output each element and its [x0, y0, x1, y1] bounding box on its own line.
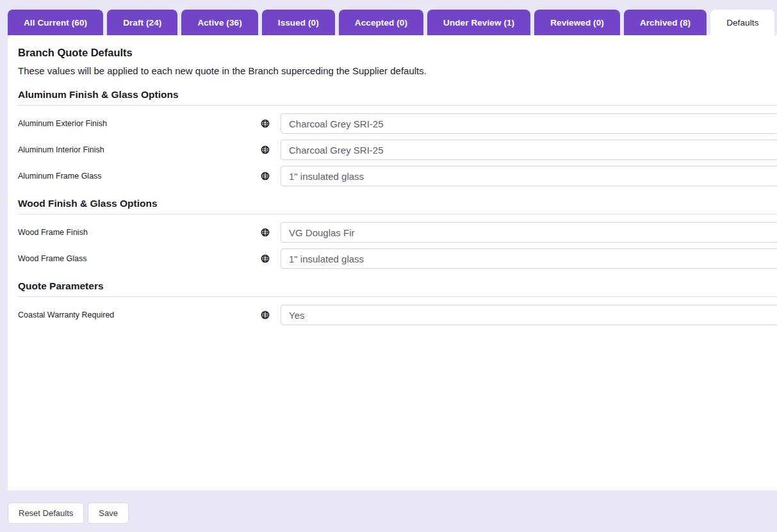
- tab-accepted[interactable]: Accepted (0): [339, 10, 423, 35]
- field-row-wood-frame-finish: Wood Frame Finish: [18, 222, 777, 243]
- tab-all-current[interactable]: All Current (60): [8, 10, 103, 35]
- globe-icon: [261, 228, 270, 237]
- field-label: Wood Frame Finish: [18, 228, 250, 237]
- section-wood-finish-glass: Wood Finish & Glass Options Wood Frame F…: [18, 197, 777, 269]
- defaults-panel: Branch Quote Defaults These values will …: [8, 35, 777, 490]
- section-title: Aluminum Finish & Glass Options: [18, 88, 777, 101]
- field-label: Wood Frame Glass: [18, 254, 250, 263]
- section-divider: [18, 214, 777, 214]
- field-row-aluminum-exterior-finish: Aluminum Exterior Finish: [18, 113, 777, 134]
- globe-icon: [261, 145, 270, 154]
- wood-frame-glass-input[interactable]: [281, 248, 777, 269]
- field-row-aluminum-frame-glass: Aluminum Frame Glass: [18, 166, 777, 186]
- field-label: Aluminum Interior Finish: [18, 145, 250, 154]
- tab-under-review[interactable]: Under Review (1): [427, 10, 530, 35]
- reset-defaults-button[interactable]: Reset Defaults: [8, 503, 84, 524]
- tab-reviewed[interactable]: Reviewed (0): [534, 10, 620, 35]
- globe-icon: [261, 254, 270, 263]
- page-subtitle: These values will be applied to each new…: [18, 65, 777, 77]
- section-quote-parameters: Quote Parameters Coastal Warranty Requir…: [18, 280, 777, 325]
- wood-frame-finish-input[interactable]: [281, 222, 777, 243]
- footer-actions: Reset Defaults Save: [8, 503, 777, 524]
- tab-draft[interactable]: Draft (24): [107, 10, 177, 35]
- section-title: Wood Finish & Glass Options: [18, 197, 777, 209]
- globe-icon: [261, 119, 270, 128]
- tab-active[interactable]: Active (36): [181, 10, 258, 35]
- tab-defaults[interactable]: Defaults: [710, 10, 774, 35]
- globe-icon: [261, 172, 270, 181]
- section-aluminum-finish-glass: Aluminum Finish & Glass Options Aluminum…: [18, 88, 777, 186]
- field-row-wood-frame-glass: Wood Frame Glass: [18, 248, 777, 269]
- field-label: Coastal Warranty Required: [18, 310, 250, 319]
- tab-issued[interactable]: Issued (0): [262, 10, 335, 35]
- save-button[interactable]: Save: [88, 503, 129, 524]
- quote-status-tabbar: All Current (60) Draft (24) Active (36) …: [0, 0, 777, 35]
- aluminum-frame-glass-input[interactable]: [281, 166, 777, 186]
- field-row-coastal-warranty: Coastal Warranty Required: [18, 305, 777, 325]
- aluminum-exterior-finish-input[interactable]: [281, 113, 777, 134]
- section-divider: [18, 105, 777, 106]
- coastal-warranty-required-input[interactable]: [281, 305, 777, 325]
- field-label: Aluminum Exterior Finish: [18, 119, 250, 128]
- field-row-aluminum-interior-finish: Aluminum Interior Finish: [18, 140, 777, 160]
- tab-archived[interactable]: Archived (8): [624, 10, 707, 35]
- page-title: Branch Quote Defaults: [18, 46, 777, 59]
- section-divider: [18, 296, 777, 297]
- globe-icon: [261, 310, 270, 319]
- section-title: Quote Parameters: [18, 280, 777, 292]
- field-label: Aluminum Frame Glass: [18, 172, 250, 181]
- aluminum-interior-finish-input[interactable]: [281, 140, 777, 160]
